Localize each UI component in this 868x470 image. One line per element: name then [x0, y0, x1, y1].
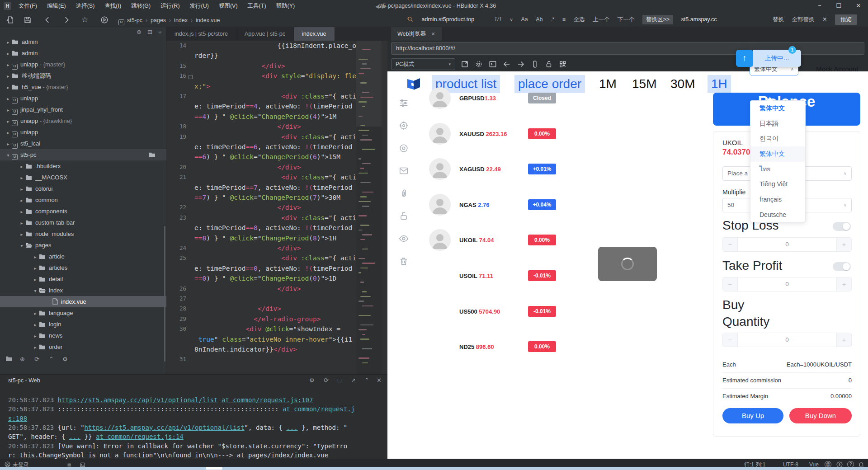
- plus-button[interactable]: +: [837, 238, 851, 251]
- quantity-value[interactable]: 0: [737, 333, 837, 347]
- tree-item-articles[interactable]: ▸articles: [0, 262, 166, 273]
- mail-icon[interactable]: [399, 166, 409, 176]
- product-row-USOIL[interactable]: USOIL 71.11-0.01%: [423, 258, 558, 293]
- tree-expand-arrow[interactable]: ▾: [18, 240, 25, 251]
- select-all-button[interactable]: 全选: [574, 16, 585, 23]
- tree-expand-arrow[interactable]: ▸: [32, 319, 39, 330]
- tree-item-st5-pc[interactable]: ▾Ust5-pc: [0, 149, 166, 160]
- search-history-chevron-icon[interactable]: ∨: [510, 17, 513, 22]
- replace-button[interactable]: 替换: [773, 16, 784, 23]
- disc-icon[interactable]: [399, 143, 409, 153]
- tree-item-index[interactable]: ▾index: [0, 285, 166, 296]
- console-collapse-icon[interactable]: ⌃: [364, 377, 369, 384]
- tree-item-uniapp[interactable]: ▸Uuniapp - {drawkline}: [0, 115, 166, 127]
- product-row-NGAS[interactable]: NGAS 2.76+0.04%: [423, 187, 558, 222]
- tree-item-components[interactable]: ▸components: [0, 206, 166, 217]
- language-option[interactable]: 繁体中文: [750, 146, 805, 162]
- product-change-badge[interactable]: 0.00%: [528, 235, 556, 245]
- editor-tab-index.js[interactable]: index.js | st5-pc/store: [166, 27, 236, 41]
- tree-item-news[interactable]: ▸news: [0, 330, 166, 341]
- whole-word-button[interactable]: Ab: [536, 16, 542, 23]
- console-settings-icon[interactable]: ⚙: [309, 377, 315, 384]
- minus-button[interactable]: −: [723, 333, 737, 347]
- screenshot-icon[interactable]: [461, 60, 469, 68]
- qr-code-icon[interactable]: [559, 60, 567, 68]
- collapse-all-icon[interactable]: ⌃: [49, 356, 54, 362]
- devtools-icon[interactable]: [489, 60, 497, 68]
- product-row-US500[interactable]: US500 5704.90-0.01%: [423, 294, 558, 329]
- product-change-badge[interactable]: +0.04%: [528, 199, 556, 210]
- language-option[interactable]: 繁体中文: [750, 101, 805, 116]
- nav-forward-icon[interactable]: [517, 60, 525, 68]
- console-open-external-icon[interactable]: ↗: [351, 377, 356, 384]
- product-change-badge[interactable]: -0.01%: [528, 306, 556, 317]
- tree-item-uniapp[interactable]: ▸Uuniapp: [0, 93, 166, 104]
- tab-scroll-arrows[interactable]: ◀▶: [375, 4, 388, 9]
- paperclip-icon[interactable]: [399, 188, 409, 198]
- run-icon[interactable]: [100, 16, 108, 24]
- close-search-icon[interactable]: ✕: [822, 16, 827, 23]
- tree-expand-arrow[interactable]: ▸: [5, 48, 12, 59]
- plus-button[interactable]: +: [837, 277, 851, 291]
- product-change-badge[interactable]: 0.00%: [528, 128, 556, 139]
- language-option[interactable]: français: [750, 192, 805, 207]
- minimap[interactable]: [356, 41, 382, 374]
- menu-item-0[interactable]: 文件(F): [14, 0, 42, 12]
- language-option[interactable]: ไทย: [750, 162, 805, 177]
- replace-all-button[interactable]: 全部替换: [792, 16, 815, 23]
- forward-icon[interactable]: [62, 16, 71, 24]
- tree-expand-arrow[interactable]: ▸: [5, 59, 12, 70]
- product-change-badge[interactable]: -0.01%: [528, 270, 556, 281]
- tree-item-uniapp[interactable]: ▸Uuniapp - {master}: [0, 59, 166, 70]
- take-profit-toggle[interactable]: [833, 262, 851, 271]
- tree-expand-arrow[interactable]: ▸: [5, 93, 12, 104]
- language-option[interactable]: 한국어: [750, 131, 805, 146]
- minus-button[interactable]: −: [723, 238, 737, 251]
- tree-expand-arrow[interactable]: ▸: [18, 161, 25, 172]
- replace-zone-button[interactable]: 替换区>>: [642, 15, 673, 24]
- back-icon[interactable]: [43, 16, 52, 24]
- console-link[interactable]: at common/request.j: [283, 405, 355, 413]
- tree-expand-arrow[interactable]: ▸: [18, 206, 25, 217]
- preview-button[interactable]: 预览: [835, 14, 857, 25]
- console-link[interactable]: ...: [69, 433, 80, 440]
- menu-item-3[interactable]: 查找(I): [99, 0, 126, 12]
- console-link[interactable]: at common/request.js:14: [96, 433, 184, 440]
- locate-icon[interactable]: ⊕: [20, 356, 25, 362]
- tree-expand-arrow[interactable]: ▾: [5, 150, 12, 161]
- language-option[interactable]: Tiếng Việt: [750, 177, 805, 192]
- menu-item-8[interactable]: 工具(T): [243, 0, 271, 12]
- favorite-icon[interactable]: ☆: [81, 16, 90, 24]
- console-link[interactable]: https://st5.amspay.cc/api/v1/optional/li…: [85, 424, 245, 431]
- console-link[interactable]: at common/request.js:107: [222, 396, 313, 404]
- unlock-icon[interactable]: [545, 60, 553, 68]
- tree-expand-arrow[interactable]: ▸: [18, 195, 25, 206]
- tree-expand-arrow[interactable]: ▸: [5, 127, 12, 138]
- regex-button[interactable]: .*: [551, 16, 554, 23]
- menu-item-6[interactable]: 发行(U): [185, 0, 214, 12]
- tree-expand-arrow[interactable]: ▸: [5, 104, 12, 116]
- breadcrumb-item[interactable]: index: [174, 17, 188, 24]
- next-match-button[interactable]: 下一个: [618, 16, 635, 23]
- nav-item-1M[interactable]: 1M: [599, 75, 617, 93]
- tree-expand-arrow[interactable]: ▸: [18, 183, 25, 195]
- tree-item-article[interactable]: ▸article: [0, 251, 166, 262]
- reveal-folder-icon[interactable]: [149, 152, 156, 158]
- tree-item-login[interactable]: ▸login: [0, 319, 166, 330]
- breadcrumb[interactable]: Ust5-pc›pages›index›index.vue: [118, 12, 220, 28]
- product-row-XAUUSD[interactable]: XAUUSD 2623.160.00%: [423, 116, 558, 151]
- menu-item-2[interactable]: 选择(S): [71, 0, 100, 12]
- tree-expand-arrow[interactable]: ▸: [5, 37, 12, 48]
- tree-expand-arrow[interactable]: ▸: [32, 251, 39, 263]
- product-row-GBPUSD[interactable]: GBPUSD1.33Closed: [423, 80, 558, 116]
- console-link[interactable]: s:108: [8, 415, 27, 422]
- refresh-icon[interactable]: ⟳: [34, 356, 39, 362]
- tree-item-.hbuilderx[interactable]: ▸.hbuilderx: [0, 160, 166, 172]
- target-icon[interactable]: [399, 121, 409, 131]
- console-tab[interactable]: st5-pc - Web: [8, 377, 40, 384]
- breadcrumb-item[interactable]: pages: [151, 17, 166, 24]
- tree-item-st5_lcai[interactable]: ▸Ust5_lcai: [0, 138, 166, 149]
- product-change-badge[interactable]: Closed: [528, 93, 556, 103]
- tree-expand-arrow[interactable]: ▸: [5, 82, 12, 93]
- upload-arrow-icon[interactable]: ↑: [736, 50, 753, 67]
